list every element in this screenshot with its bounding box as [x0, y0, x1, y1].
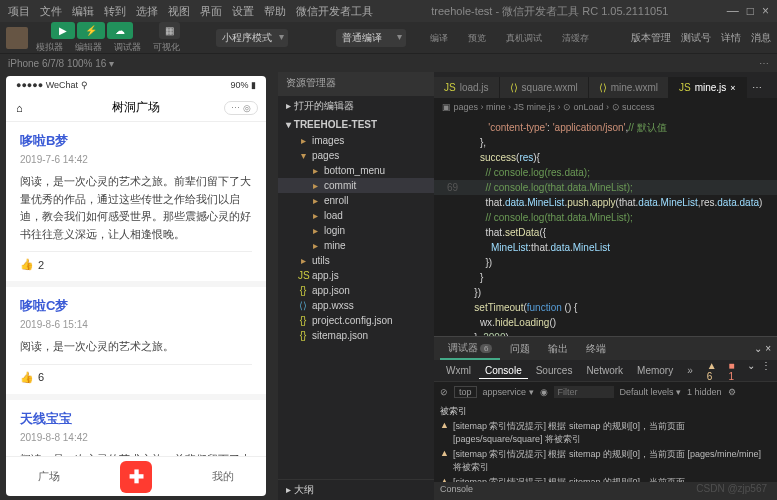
file-project.config.json[interactable]: {}project.config.json: [278, 313, 434, 328]
file-sitemap.json[interactable]: {}sitemap.json: [278, 328, 434, 343]
debug-tab-调试器[interactable]: 调试器6: [440, 338, 500, 360]
menu-界面[interactable]: 界面: [200, 4, 222, 19]
action-真机调试[interactable]: 真机调试: [506, 32, 542, 45]
code-line[interactable]: }): [434, 285, 777, 300]
menu-设置[interactable]: 设置: [232, 4, 254, 19]
code-editor[interactable]: 'content-type': 'application/json',// 默认…: [434, 116, 777, 336]
mode-select[interactable]: 小程序模式: [216, 29, 288, 47]
capsule-button[interactable]: ⋯ ◎: [224, 101, 258, 115]
toolbar-right-版本管理[interactable]: 版本管理: [631, 31, 671, 45]
code-line[interactable]: that.setData({: [434, 225, 777, 240]
menu-编辑[interactable]: 编辑: [72, 4, 94, 19]
console-output[interactable]: 被索引▲[sitemap 索引情况提示] 根据 sitemap 的规则[0]，当…: [434, 402, 777, 482]
top-context[interactable]: top: [454, 386, 477, 398]
window-control[interactable]: —: [727, 4, 739, 18]
devtool-tab-Network[interactable]: Network: [580, 363, 629, 379]
devtool-tab-»[interactable]: »: [681, 363, 699, 379]
toolbar-right-详情[interactable]: 详情: [721, 31, 741, 45]
code-line[interactable]: MineList:that.data.MineList: [434, 240, 777, 255]
code-line[interactable]: // console.log(res.data);: [434, 165, 777, 180]
post-card[interactable]: 天线宝宝2019-8-8 14:42阅读，是一次心灵的艺术之旅。前辈们留下了大量…: [6, 400, 266, 456]
post-card[interactable]: 哆啦B梦2019-7-6 14:42阅读，是一次心灵的艺术之旅。前辈们留下了大量…: [6, 122, 266, 281]
file-images[interactable]: ▸images: [278, 133, 434, 148]
breadcrumb[interactable]: ▣ pages › mine › JS mine.js › ⊙ onLoad ›…: [434, 98, 777, 116]
code-line[interactable]: // console.log(that.data.MineList);: [434, 210, 777, 225]
tab-post[interactable]: ✚: [93, 461, 180, 493]
code-line[interactable]: 69 // console.log(that.data.MineList);: [434, 180, 777, 195]
tabs-more-icon[interactable]: ⋯: [747, 77, 767, 98]
file-pages[interactable]: ▾pages: [278, 148, 434, 163]
tab-square.wxml[interactable]: ⟨⟩square.wxml: [500, 77, 589, 98]
toolbar-right-测试号[interactable]: 测试号: [681, 31, 711, 45]
devtool-tab-Memory[interactable]: Memory: [631, 363, 679, 379]
error-count[interactable]: ■ 1: [729, 360, 741, 382]
file-app.wxss[interactable]: ⟨⟩app.wxss: [278, 298, 434, 313]
file-app.json[interactable]: {}app.json: [278, 283, 434, 298]
outline[interactable]: ▸ 大纲: [278, 479, 434, 500]
levels-select[interactable]: Default levels ▾: [620, 387, 682, 397]
sim-button[interactable]: ⚡: [77, 22, 105, 39]
live-icon[interactable]: ◉: [540, 387, 548, 397]
code-line[interactable]: that.data.MineList.push.apply(that.data.…: [434, 195, 777, 210]
feed[interactable]: 哆啦B梦2019-7-6 14:42阅读，是一次心灵的艺术之旅。前辈们留下了大量…: [6, 122, 266, 456]
opened-editors[interactable]: ▸ 打开的编辑器: [278, 96, 434, 116]
visualize-button[interactable]: ▦: [159, 22, 180, 39]
toolbar-right-消息[interactable]: 消息: [751, 31, 771, 45]
like-row[interactable]: 👍2: [20, 251, 252, 271]
tab-mine[interactable]: 我的: [179, 469, 266, 484]
code-line[interactable]: success(res){: [434, 150, 777, 165]
post-card[interactable]: 哆啦C梦2019-8-6 15:14阅读，是一次心灵的艺术之旅。👍6: [6, 287, 266, 394]
file-utils[interactable]: ▸utils: [278, 253, 434, 268]
console-line[interactable]: 被索引: [438, 404, 773, 419]
file-app.js[interactable]: JSapp.js: [278, 268, 434, 283]
menu-选择[interactable]: 选择: [136, 4, 158, 19]
context-select[interactable]: appservice ▾: [483, 387, 534, 397]
menu-视图[interactable]: 视图: [168, 4, 190, 19]
collapse-icon[interactable]: ⌄: [754, 343, 762, 354]
window-control[interactable]: □: [747, 4, 754, 18]
gear-icon[interactable]: ⚙: [728, 387, 736, 397]
close-icon[interactable]: ×: [765, 343, 771, 354]
code-line[interactable]: wx.hideLoading(): [434, 315, 777, 330]
tab-load.js[interactable]: JSload.js: [434, 77, 500, 98]
menu-文件[interactable]: 文件: [40, 4, 62, 19]
file-login[interactable]: ▸login: [278, 223, 434, 238]
menu-帮助[interactable]: 帮助: [264, 4, 286, 19]
filter-input[interactable]: [554, 386, 614, 398]
file-bottom_menu[interactable]: ▸bottom_menu: [278, 163, 434, 178]
home-icon[interactable]: ⌂: [16, 102, 23, 114]
console-line[interactable]: ▲[sitemap 索引情况提示] 根据 sitemap 的规则[0]，当前页面…: [438, 419, 773, 447]
devtool-tab-Sources[interactable]: Sources: [530, 363, 579, 379]
debug-tab-输出[interactable]: 输出: [540, 339, 576, 359]
tab-mine.js[interactable]: JSmine.js×: [669, 77, 747, 98]
file-load[interactable]: ▸load: [278, 208, 434, 223]
avatar[interactable]: [6, 27, 28, 49]
more-icon[interactable]: ⋯: [759, 58, 769, 69]
menu-转到[interactable]: 转到: [104, 4, 126, 19]
menu-微信开发者工具[interactable]: 微信开发者工具: [296, 4, 373, 19]
file-enroll[interactable]: ▸enroll: [278, 193, 434, 208]
devtools-more-icon[interactable]: ⋮: [761, 360, 771, 382]
action-预览[interactable]: 预览: [468, 32, 486, 45]
devtool-tab-Wxml[interactable]: Wxml: [440, 363, 477, 379]
root-folder[interactable]: ▾ TREEHOLE-TEST: [278, 116, 434, 133]
compile-select[interactable]: 普通编译: [336, 29, 406, 47]
file-mine[interactable]: ▸mine: [278, 238, 434, 253]
like-row[interactable]: 👍6: [20, 364, 252, 384]
sim-button[interactable]: ☁: [107, 22, 133, 39]
code-line[interactable]: 'content-type': 'application/json',// 默认…: [434, 120, 777, 135]
menu-项目[interactable]: 项目: [8, 4, 30, 19]
debug-tab-问题[interactable]: 问题: [502, 339, 538, 359]
clear-console-icon[interactable]: ⊘: [440, 387, 448, 397]
window-control[interactable]: ×: [762, 4, 769, 18]
warn-count[interactable]: ▲ 6: [707, 360, 723, 382]
action-编译[interactable]: 编译: [430, 32, 448, 45]
debug-tab-终端[interactable]: 终端: [578, 339, 614, 359]
tab-square[interactable]: 广场: [6, 469, 93, 484]
code-line[interactable]: setTimeout(function () {: [434, 300, 777, 315]
action-清缓存[interactable]: 清缓存: [562, 32, 589, 45]
file-commit[interactable]: ▸commit: [278, 178, 434, 193]
devtool-tab-Console[interactable]: Console: [479, 363, 528, 379]
device-select[interactable]: iPhone 6/7/8 100% 16 ▾: [8, 58, 114, 69]
close-icon[interactable]: ×: [730, 83, 735, 93]
